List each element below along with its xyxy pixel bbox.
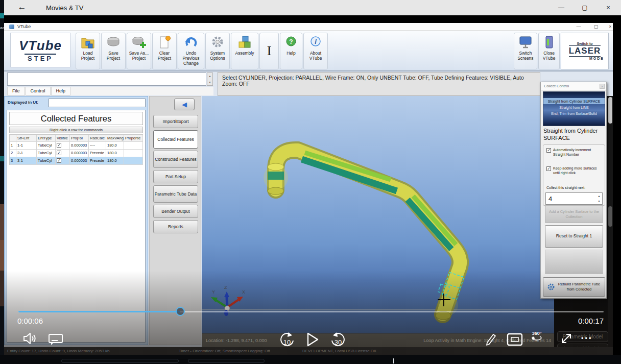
undo-icon [183,35,199,50]
row-commands-hint[interactable]: Right click a row for commands [9,127,143,133]
checkbox-checked[interactable]: ✓ [546,166,551,171]
skip-forward-30-icon[interactable]: 30 [329,332,347,348]
assembly-button[interactable]: Assembly [231,33,258,69]
text-cursor-button[interactable]: I [259,33,279,69]
nav-parametric-tube-data[interactable]: Parametric Tube Data [153,185,198,203]
fullscreen-icon[interactable] [560,332,573,345]
undo-previous-change-button[interactable]: Undo Previous Change [178,33,204,69]
next-straight-input[interactable] [545,192,603,205]
tube-end-cap-bottom [436,311,451,320]
mini-player-icon[interactable] [507,333,523,346]
statusbar-counts: Entity Count: 17, Undo Count: 9, Undo Me… [7,349,110,353]
captions-icon[interactable] [48,333,63,346]
reset-to-straight-button[interactable]: Reset to Straight 1 [545,225,603,248]
visible-checkbox[interactable]: ✓ [57,158,61,163]
spinner-down-icon[interactable]: ▼ [598,200,601,203]
panel-close-icon[interactable]: × [600,84,605,89]
keep-adding-option[interactable]: ✓ Keep adding more surfaces until right … [546,166,603,176]
system-options-button[interactable]: System Options [205,33,230,69]
page-icon [157,35,172,50]
nav-collapse-button[interactable]: ◀ [174,99,195,110]
scrollbar-thumb[interactable] [608,97,612,124]
play-icon[interactable] [304,331,320,348]
switch-to-laser-mode-button[interactable]: Switch to LASER MODE [561,33,609,69]
checkbox-checked[interactable]: ✓ [546,148,551,153]
seek-handle[interactable] [176,307,185,316]
info-icon: i [308,35,323,50]
toolbar-left-group: Load Project Save Project Save As... Pro… [76,33,328,69]
monitor-icon [518,35,533,50]
vtube-titlebar: VTube — ▢ × [4,23,613,31]
scrollbar-thumb-dim[interactable] [608,206,612,227]
more-options-icon[interactable]: ••• [581,334,593,342]
next-straight-spinner[interactable]: ▲ ▼ [596,193,602,204]
spinner-up-icon[interactable]: ▲ [598,195,601,198]
switch-screens-button[interactable]: Switch Screens [514,33,537,69]
load-project-button[interactable]: Load Project [76,33,100,69]
menu-help[interactable]: Help [51,87,71,95]
add-cylinder-surface-button[interactable]: Add a Cylinder Surface to the Collection [545,206,603,223]
menu-file[interactable]: File [7,87,25,95]
skip-back-10-icon[interactable]: 10 [278,332,296,348]
duration-time: 0:00:17 [573,317,604,325]
vtube-minimize-button[interactable]: — [572,23,585,31]
mode-status-message: Select CYLINDER, Projection: PARALLEL, W… [218,72,540,96]
list-item-straight-line[interactable]: Straight from LINE [543,104,605,110]
visible-checkbox[interactable]: ✓ [57,151,61,155]
save-as-project-button[interactable]: Save As... Project [127,33,151,69]
vtube-close-button[interactable]: × [604,23,617,31]
rebuild-parametric-tube-button[interactable]: Rebuild Parametric Tube from Collected [543,277,605,297]
close-vtube-button[interactable]: Close VTube [538,33,560,69]
taskbar-outline [61,359,179,363]
360-video-icon[interactable]: 360° [529,331,544,343]
location-readout: Location: -1.298, 9.471, 0.000 [206,338,267,343]
nav-constructed-features[interactable]: Constructed Features [153,151,198,168]
help-button[interactable]: ? Help [280,33,302,69]
maximize-button[interactable]: ▢ [573,0,596,15]
collect-control-panel: Collect Control × Straight from Cylinder… [540,82,607,299]
spinner-up-icon[interactable]: ▲ [209,75,211,78]
corner-cell [10,135,16,142]
list-item-straight-surface[interactable]: Straight from Cylinder SURFACE [543,98,605,104]
desktop-wallpaper3 [0,271,4,306]
disk-plus-icon [131,35,147,50]
nav-import-export[interactable]: Import/Export [153,115,198,128]
tube-end-cap-top [268,163,284,171]
taskbar-tick [393,358,394,363]
main-text-input[interactable] [7,72,206,86]
collect-mode-heading: Straight from Cylinder SURFACE [543,128,606,142]
nav-bender-output[interactable]: Bender Output [153,205,198,218]
vtube-restore-button[interactable]: ▢ [589,23,603,31]
nav-reports[interactable]: Reports [153,220,198,233]
skip-forward-number: 30 [335,338,342,346]
save-project-button[interactable]: Save Project [101,33,126,69]
desktop-edge-teal [0,13,4,18]
spinner-down-icon[interactable]: ▼ [209,81,211,84]
3d-canvas[interactable]: Y Z X [202,96,554,333]
volume-icon[interactable] [22,332,37,345]
collect-mode-list[interactable]: Straight from Cylinder SURFACE Straight … [543,91,605,126]
collect-control-title: Collect Control [541,82,606,90]
collected-features-panel: Displayed in UI: Collected Features Righ… [4,96,148,345]
desktop-wallpaper2 [0,240,4,271]
help-icon: ? [283,35,299,50]
minimize-button[interactable]: — [550,0,573,15]
about-vtube-button[interactable]: i About VTube [303,33,328,69]
next-straight-label: Collect this straight next: [546,186,585,189]
clear-project-button[interactable]: Clear Project [152,33,177,69]
nav-part-setup[interactable]: Part Setup [153,170,198,183]
nav-collected-features[interactable]: Collected Features [153,130,198,149]
right-scrollbar[interactable] [608,96,613,356]
collected-band [268,172,284,180]
close-button[interactable]: × [596,0,620,15]
taskbar-strip [0,355,621,364]
pencil-edit-icon[interactable] [484,332,497,346]
menu-control[interactable]: Control [26,87,51,95]
back-arrow-icon[interactable]: ← [14,2,30,12]
text-spinner[interactable]: ▲ ▼ [207,72,213,86]
displayed-in-ui-input[interactable] [49,99,146,107]
visible-checkbox[interactable]: ✓ [57,143,61,148]
list-item-end-trim[interactable]: End, Trim from Surface/Solid [543,110,605,116]
auto-increment-option[interactable]: ✓ Automatically increment Straight Numbe… [546,148,603,157]
vtube-statusbar: Entity Count: 17, Undo Count: 9, Undo Me… [4,347,613,355]
